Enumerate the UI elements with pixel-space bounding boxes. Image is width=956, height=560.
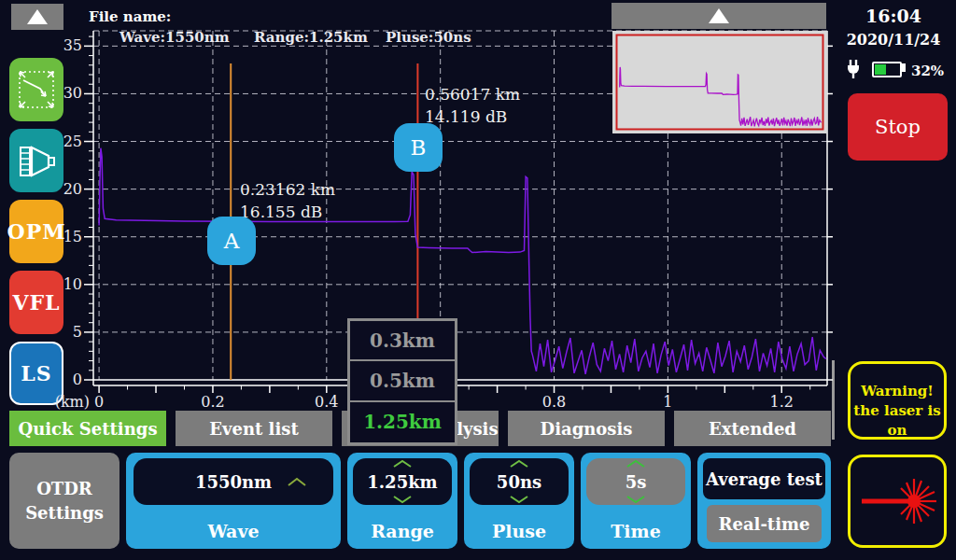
x-axis-unit: (km)	[54, 393, 90, 411]
range-dropdown: 0.3km 0.5km 1.25km	[347, 318, 457, 445]
otdr-settings-button[interactable]: OTDR Settings	[9, 453, 120, 549]
y-axis-label: 25	[52, 133, 82, 150]
laser-indicator-button[interactable]	[848, 455, 947, 548]
y-axis-label: 0	[52, 371, 82, 388]
chevron-up-icon	[626, 459, 646, 469]
collapse-left-button[interactable]	[11, 4, 63, 30]
marker-b-loss: 14.119 dB	[425, 105, 520, 128]
power-plug-icon	[844, 58, 866, 80]
y-axis-label: 5	[52, 323, 82, 341]
tab-extended[interactable]: Extended	[674, 411, 831, 446]
laser-beam-icon	[854, 464, 940, 539]
time-label: Time	[581, 521, 691, 541]
range-label: Range	[347, 521, 457, 541]
triangle-up-icon	[27, 9, 48, 24]
tab-label: Diagnosis	[541, 419, 633, 439]
range-option-0.5km[interactable]: 0.5km	[350, 361, 455, 401]
time-control: 5s Time	[581, 453, 691, 549]
otdr-screen: File name: 16:04 2020/11/24 32% Stop	[0, 0, 956, 560]
wave-value-text: 1550nm	[195, 472, 272, 492]
test-mode-control: Average test Real-time	[697, 453, 831, 549]
clock: 16:04	[831, 6, 956, 26]
laser-warning: Warning! the laser is on	[848, 361, 947, 440]
time-value-text: 5s	[626, 472, 647, 492]
x-axis-label: 1.2	[753, 393, 809, 411]
y-axis-label: 20	[52, 180, 82, 198]
pulse-value-text: 50ns	[497, 472, 541, 492]
y-axis-label: 30	[52, 84, 82, 102]
otdr-settings-line1: OTDR	[36, 477, 92, 501]
battery-nub	[902, 63, 906, 72]
chart-wave-label: Wave:1550nm	[120, 29, 230, 46]
battery-icon	[872, 62, 902, 77]
tab-label: Quick Settings	[18, 419, 157, 439]
chevron-up-icon	[509, 459, 529, 469]
x-axis-label: 0.4	[299, 393, 355, 411]
pulse-value[interactable]: 50ns	[470, 458, 569, 505]
warning-line1: Warning!	[851, 382, 944, 401]
range-value-text: 1.25km	[367, 472, 437, 492]
marker-a-loss: 16.155 dB	[240, 201, 335, 223]
wave-value[interactable]: 1550nm	[134, 458, 333, 505]
trace-overview-inset	[612, 31, 827, 133]
triangle-up-icon	[709, 8, 729, 23]
x-axis-label: 0.2	[185, 393, 241, 411]
chart-pulse-label: Pluse:50ns	[386, 29, 471, 46]
tab-diagnosis[interactable]: Diagnosis	[508, 411, 665, 446]
battery-percent: 32%	[911, 63, 944, 79]
divider	[832, 360, 835, 440]
collapse-center-button[interactable]	[612, 3, 826, 29]
chevron-down-icon	[626, 495, 646, 504]
y-axis-label: 10	[52, 275, 82, 293]
average-test-button[interactable]: Average test	[703, 458, 825, 499]
otdr-trace-line	[99, 148, 826, 374]
marker-b-distance: 0.56017 km	[425, 83, 520, 105]
wave-control: 1550nm Wave	[126, 453, 341, 549]
chevron-up-icon	[392, 459, 413, 469]
chart-range-label: Range:1.25km	[254, 29, 368, 46]
range-option-1.25km[interactable]: 1.25km	[350, 402, 455, 442]
x-axis-label: 1	[640, 393, 696, 411]
warning-line2: the laser is on	[851, 401, 944, 441]
marker-b-readout: 0.56017 km 14.119 dB	[425, 83, 520, 128]
tab-label: Extended	[709, 419, 796, 439]
x-axis-label: 0.8	[527, 393, 583, 411]
range-option-0.3km[interactable]: 0.3km	[350, 321, 455, 361]
otdr-settings-line2: Settings	[25, 501, 104, 525]
y-axis-label: 35	[52, 36, 82, 54]
date: 2020/11/24	[831, 31, 956, 49]
pulse-control: 50ns Pluse	[464, 453, 574, 549]
chevron-up-icon	[287, 477, 307, 487]
time-value[interactable]: 5s	[586, 458, 685, 505]
range-value[interactable]: 1.25km	[353, 458, 452, 505]
range-control: 1.25km Range	[347, 453, 457, 549]
tab-event-list[interactable]: Event list	[176, 411, 332, 446]
wave-label: Wave	[126, 521, 341, 541]
tab-label: Event list	[209, 419, 298, 439]
y-axis-label: 15	[52, 228, 82, 245]
chevron-down-icon	[392, 495, 413, 504]
stop-button[interactable]: Stop	[848, 93, 948, 161]
chevron-down-icon	[509, 495, 529, 504]
tab-quick-settings[interactable]: Quick Settings	[9, 411, 166, 446]
marker-b-handle[interactable]: B	[394, 123, 443, 172]
real-time-button[interactable]: Real-time	[707, 505, 822, 542]
marker-a-handle[interactable]: A	[207, 217, 256, 265]
pulse-label: Pluse	[464, 521, 574, 541]
file-name-label: File name:	[89, 8, 171, 25]
marker-a-readout: 0.23162 km 16.155 dB	[240, 178, 335, 223]
marker-a-distance: 0.23162 km	[240, 178, 335, 201]
